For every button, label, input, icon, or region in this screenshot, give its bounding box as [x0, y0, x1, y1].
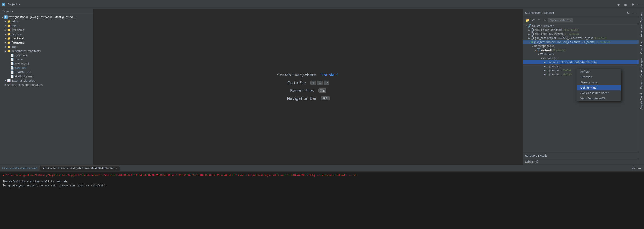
pom-icon: 📄: [10, 66, 14, 70]
vscode-label: .vscode: [12, 33, 22, 36]
tree-item-skaffold[interactable]: ▶ 📄 skaffold.yaml: [0, 74, 93, 78]
namespaces-chevron: ▾: [531, 44, 534, 48]
namespaces-label: Namespaces (4): [534, 44, 556, 48]
tree-item-pom[interactable]: ▶ 📄 pom.xml: [0, 66, 93, 70]
bottom-settings-btn[interactable]: ⚙: [631, 166, 636, 171]
ctx-copy-name[interactable]: Copy Resource Name: [577, 90, 621, 96]
tree-item-idea[interactable]: ▶ 📁 .idea: [0, 19, 93, 23]
pod-java1-chevron: ▶: [543, 65, 546, 68]
tree-item-mvnw[interactable]: ▶ 📄 mvnw: [0, 57, 93, 62]
tree-item-img[interactable]: ▶ 📁 img: [0, 45, 93, 49]
k8s-help-btn[interactable]: ?: [536, 18, 542, 23]
nav-bar-row: Navigation Bar ⌘↑: [287, 96, 330, 101]
pods-label: Pods (5): [547, 57, 558, 60]
k8s-default-ns[interactable]: ▾ ✱ default (1 context): [523, 48, 639, 52]
k8s-gke-test01[interactable]: ▾ ⚙ gke_test-project-165220_us-central1-…: [523, 40, 639, 44]
ext-libs-icon: 📊: [7, 79, 11, 82]
project-dropdown-icon[interactable]: ▾: [19, 3, 20, 5]
scratches-chevron: ▶: [4, 83, 7, 86]
terminal-tab[interactable]: Terminal for Resource: nodejs-hello-worl…: [40, 166, 120, 171]
frontend-label: frontend: [12, 41, 25, 44]
k8s-minikube[interactable]: ▶ cloud-code-minikube (3 contexts): [523, 28, 639, 32]
tree-item-readmes[interactable]: ▶ 📁 .readmes: [0, 28, 93, 32]
tree-item-backend[interactable]: ▶ 📁 backend: [0, 36, 93, 40]
minikube-count: (3 contexts): [564, 29, 578, 31]
k8s-minimize-btn[interactable]: —: [632, 10, 637, 15]
console-line-1: ■"/Users/sangeethaa/Library/Application …: [3, 173, 641, 177]
tree-item-vscode[interactable]: ▶ 📁 .vscode: [0, 32, 93, 36]
default-ns-chevron: ▾: [534, 49, 537, 52]
pods-chevron: ▾: [540, 57, 543, 60]
k8s-workloads[interactable]: ▾ Workloads: [523, 52, 639, 56]
tree-item-mvnw-cmd[interactable]: ▶ 📄 mvnw.cmd: [0, 62, 93, 66]
k8s-pods[interactable]: ▾ 🗂 Pods (5): [523, 56, 639, 60]
cmd-key: ⌘: [317, 81, 323, 85]
tree-item-scratches[interactable]: ▶ ⚙ Scratches and Consoles: [0, 83, 93, 87]
settings-icon-btn[interactable]: ⚙: [630, 2, 635, 7]
gitignore-icon: 📄: [10, 54, 14, 57]
minimize-icon-btn[interactable]: —: [637, 2, 642, 7]
mvn-label: .mvn: [12, 24, 18, 27]
ctx-stream-logs-label: Stream Logs: [580, 81, 597, 84]
side-tab-k8s[interactable]: Kubernetes Explorer: [639, 11, 644, 39]
ctx-get-terminal[interactable]: Get Terminal: [577, 85, 621, 90]
pod-java2-suffix: -2w5bk: [562, 69, 571, 72]
k8s-add-btn[interactable]: +: [542, 18, 547, 23]
side-tab-google-cloud[interactable]: Google Cloud: [639, 91, 644, 111]
side-tab-secret-manager[interactable]: Secret Manager: [639, 56, 644, 79]
mvnw-label: mvnw: [15, 58, 23, 61]
k8s-manifests-icon: 📁: [7, 49, 11, 53]
collapse-icon-btn[interactable]: ⊟: [623, 2, 628, 7]
tree-item-gitignore[interactable]: ▶ 📄 .gitignore: [0, 53, 93, 57]
k8s-gke-test[interactable]: ▶ gke_test-project-165220_us-central1-a_…: [523, 36, 639, 40]
bottom-minimize-btn[interactable]: —: [637, 166, 642, 171]
project-label: Project: [8, 3, 17, 6]
gitignore-label: .gitignore: [15, 54, 27, 57]
k8s-folder-btn[interactable]: 📁: [525, 18, 530, 23]
default-ns-label: default: [541, 49, 552, 52]
k8s-system-default-dropdown[interactable]: System default ▾: [548, 18, 573, 22]
k8s-namespaces[interactable]: ▾ Namespaces (4): [523, 44, 639, 48]
side-tab-maven[interactable]: Maven: [639, 79, 644, 91]
mvnw-file-icon: 📄: [10, 58, 14, 61]
pod-java1-check: ✓: [546, 65, 548, 68]
tree-root[interactable]: ▾ P test-guestbook [java-guestbook] ~/te…: [0, 15, 93, 19]
goto-file-row: Go to File ⇧ ⌘ O: [287, 80, 329, 85]
tree-item-frontend[interactable]: ▶ 📁 frontend: [0, 40, 93, 45]
ctx-stream-logs[interactable]: Stream Logs: [577, 80, 621, 85]
k8s-pod-java1[interactable]: ▶ ✓ java-he...: [523, 64, 639, 68]
kubernetes-explorer-panel: Kubernetes Explorer ⚙ — 📁 ↺ ? + System d…: [523, 9, 639, 165]
ctx-get-terminal-label: Get Terminal: [580, 86, 597, 89]
tree-item-mvn[interactable]: ▶ 📁 .mvn: [0, 23, 93, 28]
gke-test01-icon: ⚙: [531, 40, 533, 43]
tree-item-external-libs[interactable]: ▶ 📊 External Libraries: [0, 78, 93, 83]
pod-nodejs-label: nodejs-hello-world-b46944f99-7ft4q: [549, 61, 597, 64]
terminal-tab-close[interactable]: ✕: [116, 167, 118, 169]
labels-label: Labels (4): [525, 160, 538, 163]
k8s-pod-nodejs[interactable]: ▶ ✓ nodejs-hello-world-b46944f99-7ft4q: [523, 60, 639, 64]
cmd-up-key: ⌘↑: [321, 96, 330, 100]
ctx-describe[interactable]: Describe: [577, 74, 621, 80]
tree-item-k8s-manifests[interactable]: ▶ 📁 kubernetes-manifests: [0, 49, 93, 53]
bottom-panel: Kubernetes Explorer Console: Terminal fo…: [0, 165, 644, 229]
img-chevron: ▶: [4, 45, 7, 48]
recent-files-row: Recent Files ⌘E: [290, 88, 326, 93]
add-icon-btn[interactable]: ⊕: [616, 2, 621, 7]
ctx-refresh[interactable]: Refresh: [577, 69, 621, 74]
k8s-manifests-label: kubernetes-manifests: [12, 50, 40, 53]
k8s-cloud-run[interactable]: ▶ cloud-run-dev-internal (1 context): [523, 32, 639, 36]
frontend-icon: 📁: [7, 41, 11, 44]
k8s-refresh-btn[interactable]: ↺: [531, 18, 536, 23]
tree-item-readme[interactable]: ▶ 📄 README.md: [0, 70, 93, 74]
search-everywhere-shortcut: Double ⇧: [320, 73, 339, 77]
k8s-cluster-explorer[interactable]: ▾ 🔗 Cluster Explorer: [523, 24, 639, 28]
side-tab-cloud-run[interactable]: Cloud Run: [639, 39, 644, 56]
img-label: img: [12, 45, 17, 48]
center-panel: Search Everywhere Double ⇧ Go to File ⇧ …: [94, 9, 523, 165]
ctx-view-yaml[interactable]: View Remote YAML: [577, 96, 621, 101]
gke-test01-count: (1 context): [596, 41, 610, 43]
k8s-settings-btn[interactable]: ⚙: [626, 10, 631, 15]
pod-java2-check: ✓: [546, 69, 548, 72]
search-everywhere-row: Search Everywhere Double ⇧: [277, 73, 339, 77]
ctx-view-yaml-label: View Remote YAML: [580, 97, 606, 100]
